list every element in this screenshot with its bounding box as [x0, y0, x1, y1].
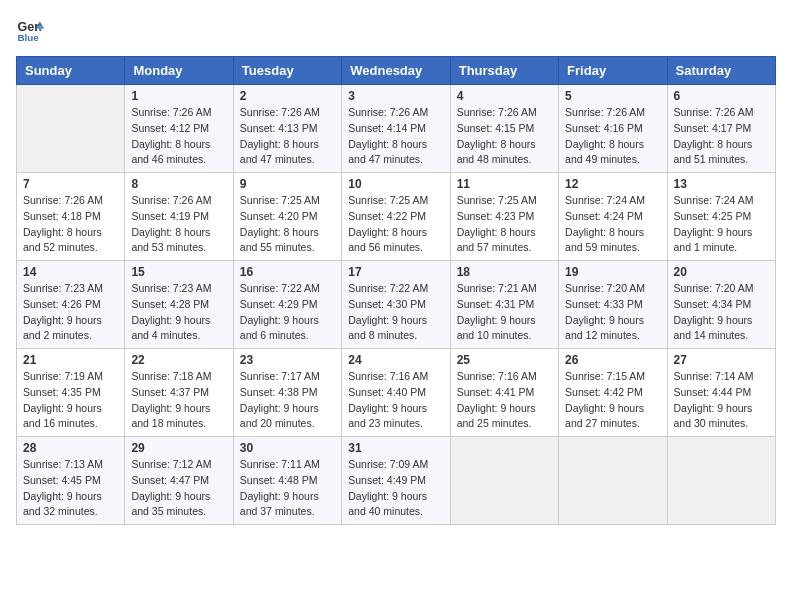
calendar-cell: 31Sunrise: 7:09 AMSunset: 4:49 PMDayligh… — [342, 437, 450, 525]
day-number: 14 — [23, 265, 118, 279]
day-number: 9 — [240, 177, 335, 191]
weekday-header-tuesday: Tuesday — [233, 57, 341, 85]
calendar-cell: 4Sunrise: 7:26 AMSunset: 4:15 PMDaylight… — [450, 85, 558, 173]
calendar-cell: 7Sunrise: 7:26 AMSunset: 4:18 PMDaylight… — [17, 173, 125, 261]
calendar-cell: 1Sunrise: 7:26 AMSunset: 4:12 PMDaylight… — [125, 85, 233, 173]
day-number: 30 — [240, 441, 335, 455]
week-row-3: 14Sunrise: 7:23 AMSunset: 4:26 PMDayligh… — [17, 261, 776, 349]
day-number: 12 — [565, 177, 660, 191]
week-row-4: 21Sunrise: 7:19 AMSunset: 4:35 PMDayligh… — [17, 349, 776, 437]
calendar-cell: 3Sunrise: 7:26 AMSunset: 4:14 PMDaylight… — [342, 85, 450, 173]
calendar-cell: 19Sunrise: 7:20 AMSunset: 4:33 PMDayligh… — [559, 261, 667, 349]
calendar-cell: 5Sunrise: 7:26 AMSunset: 4:16 PMDaylight… — [559, 85, 667, 173]
day-number: 28 — [23, 441, 118, 455]
calendar-cell: 29Sunrise: 7:12 AMSunset: 4:47 PMDayligh… — [125, 437, 233, 525]
calendar-cell: 18Sunrise: 7:21 AMSunset: 4:31 PMDayligh… — [450, 261, 558, 349]
day-info: Sunrise: 7:22 AMSunset: 4:30 PMDaylight:… — [348, 281, 443, 344]
calendar-cell: 21Sunrise: 7:19 AMSunset: 4:35 PMDayligh… — [17, 349, 125, 437]
day-info: Sunrise: 7:24 AMSunset: 4:25 PMDaylight:… — [674, 193, 769, 256]
calendar-cell: 30Sunrise: 7:11 AMSunset: 4:48 PMDayligh… — [233, 437, 341, 525]
calendar-cell: 10Sunrise: 7:25 AMSunset: 4:22 PMDayligh… — [342, 173, 450, 261]
day-number: 17 — [348, 265, 443, 279]
day-number: 23 — [240, 353, 335, 367]
calendar-cell: 2Sunrise: 7:26 AMSunset: 4:13 PMDaylight… — [233, 85, 341, 173]
day-number: 24 — [348, 353, 443, 367]
calendar-cell: 16Sunrise: 7:22 AMSunset: 4:29 PMDayligh… — [233, 261, 341, 349]
day-info: Sunrise: 7:20 AMSunset: 4:33 PMDaylight:… — [565, 281, 660, 344]
week-row-1: 1Sunrise: 7:26 AMSunset: 4:12 PMDaylight… — [17, 85, 776, 173]
calendar-cell: 26Sunrise: 7:15 AMSunset: 4:42 PMDayligh… — [559, 349, 667, 437]
weekday-header-friday: Friday — [559, 57, 667, 85]
calendar-cell: 12Sunrise: 7:24 AMSunset: 4:24 PMDayligh… — [559, 173, 667, 261]
weekday-header-row: SundayMondayTuesdayWednesdayThursdayFrid… — [17, 57, 776, 85]
svg-text:Blue: Blue — [17, 32, 39, 43]
calendar-cell: 20Sunrise: 7:20 AMSunset: 4:34 PMDayligh… — [667, 261, 775, 349]
day-number: 13 — [674, 177, 769, 191]
calendar-cell: 13Sunrise: 7:24 AMSunset: 4:25 PMDayligh… — [667, 173, 775, 261]
day-info: Sunrise: 7:25 AMSunset: 4:22 PMDaylight:… — [348, 193, 443, 256]
week-row-2: 7Sunrise: 7:26 AMSunset: 4:18 PMDaylight… — [17, 173, 776, 261]
day-number: 25 — [457, 353, 552, 367]
day-number: 4 — [457, 89, 552, 103]
day-number: 7 — [23, 177, 118, 191]
day-number: 3 — [348, 89, 443, 103]
day-info: Sunrise: 7:14 AMSunset: 4:44 PMDaylight:… — [674, 369, 769, 432]
day-info: Sunrise: 7:09 AMSunset: 4:49 PMDaylight:… — [348, 457, 443, 520]
weekday-header-sunday: Sunday — [17, 57, 125, 85]
day-info: Sunrise: 7:11 AMSunset: 4:48 PMDaylight:… — [240, 457, 335, 520]
page-header: Gen Blue — [16, 16, 776, 44]
day-number: 6 — [674, 89, 769, 103]
day-number: 1 — [131, 89, 226, 103]
day-info: Sunrise: 7:26 AMSunset: 4:18 PMDaylight:… — [23, 193, 118, 256]
calendar-cell: 22Sunrise: 7:18 AMSunset: 4:37 PMDayligh… — [125, 349, 233, 437]
day-number: 5 — [565, 89, 660, 103]
calendar-cell: 25Sunrise: 7:16 AMSunset: 4:41 PMDayligh… — [450, 349, 558, 437]
day-number: 21 — [23, 353, 118, 367]
calendar-cell — [450, 437, 558, 525]
day-info: Sunrise: 7:26 AMSunset: 4:16 PMDaylight:… — [565, 105, 660, 168]
day-info: Sunrise: 7:21 AMSunset: 4:31 PMDaylight:… — [457, 281, 552, 344]
day-info: Sunrise: 7:13 AMSunset: 4:45 PMDaylight:… — [23, 457, 118, 520]
day-info: Sunrise: 7:25 AMSunset: 4:20 PMDaylight:… — [240, 193, 335, 256]
day-info: Sunrise: 7:26 AMSunset: 4:14 PMDaylight:… — [348, 105, 443, 168]
day-info: Sunrise: 7:26 AMSunset: 4:13 PMDaylight:… — [240, 105, 335, 168]
calendar-cell: 15Sunrise: 7:23 AMSunset: 4:28 PMDayligh… — [125, 261, 233, 349]
day-number: 22 — [131, 353, 226, 367]
calendar-cell: 17Sunrise: 7:22 AMSunset: 4:30 PMDayligh… — [342, 261, 450, 349]
day-number: 8 — [131, 177, 226, 191]
calendar-cell: 24Sunrise: 7:16 AMSunset: 4:40 PMDayligh… — [342, 349, 450, 437]
day-info: Sunrise: 7:26 AMSunset: 4:12 PMDaylight:… — [131, 105, 226, 168]
day-number: 2 — [240, 89, 335, 103]
day-info: Sunrise: 7:26 AMSunset: 4:17 PMDaylight:… — [674, 105, 769, 168]
calendar-cell — [667, 437, 775, 525]
day-info: Sunrise: 7:15 AMSunset: 4:42 PMDaylight:… — [565, 369, 660, 432]
day-info: Sunrise: 7:19 AMSunset: 4:35 PMDaylight:… — [23, 369, 118, 432]
day-number: 29 — [131, 441, 226, 455]
weekday-header-saturday: Saturday — [667, 57, 775, 85]
calendar-cell: 11Sunrise: 7:25 AMSunset: 4:23 PMDayligh… — [450, 173, 558, 261]
day-number: 26 — [565, 353, 660, 367]
day-number: 27 — [674, 353, 769, 367]
week-row-5: 28Sunrise: 7:13 AMSunset: 4:45 PMDayligh… — [17, 437, 776, 525]
day-number: 31 — [348, 441, 443, 455]
day-number: 16 — [240, 265, 335, 279]
calendar-cell: 9Sunrise: 7:25 AMSunset: 4:20 PMDaylight… — [233, 173, 341, 261]
calendar-cell: 28Sunrise: 7:13 AMSunset: 4:45 PMDayligh… — [17, 437, 125, 525]
day-info: Sunrise: 7:22 AMSunset: 4:29 PMDaylight:… — [240, 281, 335, 344]
day-info: Sunrise: 7:18 AMSunset: 4:37 PMDaylight:… — [131, 369, 226, 432]
calendar-cell: 6Sunrise: 7:26 AMSunset: 4:17 PMDaylight… — [667, 85, 775, 173]
day-info: Sunrise: 7:16 AMSunset: 4:40 PMDaylight:… — [348, 369, 443, 432]
logo-icon: Gen Blue — [16, 16, 44, 44]
day-info: Sunrise: 7:20 AMSunset: 4:34 PMDaylight:… — [674, 281, 769, 344]
day-info: Sunrise: 7:24 AMSunset: 4:24 PMDaylight:… — [565, 193, 660, 256]
calendar-cell: 23Sunrise: 7:17 AMSunset: 4:38 PMDayligh… — [233, 349, 341, 437]
day-number: 11 — [457, 177, 552, 191]
day-info: Sunrise: 7:23 AMSunset: 4:28 PMDaylight:… — [131, 281, 226, 344]
day-info: Sunrise: 7:23 AMSunset: 4:26 PMDaylight:… — [23, 281, 118, 344]
day-info: Sunrise: 7:12 AMSunset: 4:47 PMDaylight:… — [131, 457, 226, 520]
day-number: 20 — [674, 265, 769, 279]
weekday-header-thursday: Thursday — [450, 57, 558, 85]
day-info: Sunrise: 7:17 AMSunset: 4:38 PMDaylight:… — [240, 369, 335, 432]
day-number: 10 — [348, 177, 443, 191]
day-number: 18 — [457, 265, 552, 279]
